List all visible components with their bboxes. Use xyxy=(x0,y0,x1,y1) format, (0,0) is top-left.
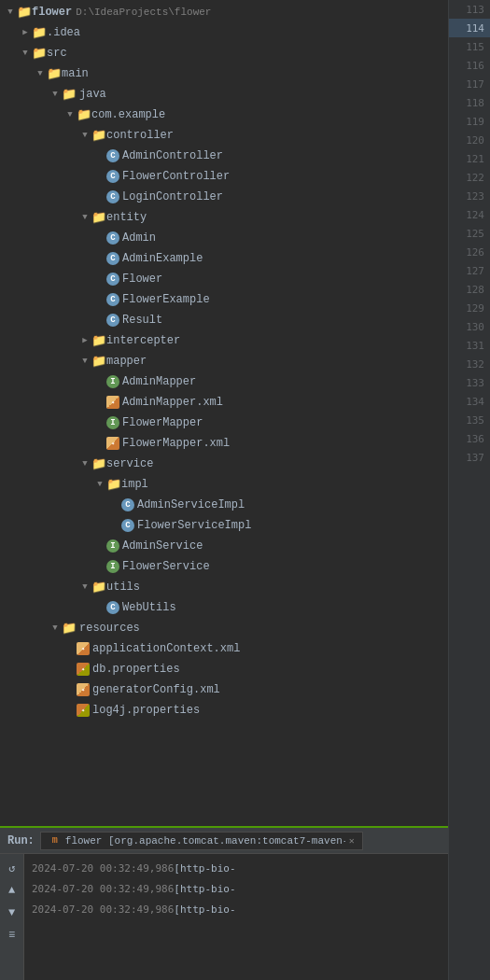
tree-item-idea[interactable]: ▶📁.idea xyxy=(0,22,448,43)
tree-item-controller[interactable]: ▼📁controller xyxy=(0,125,448,146)
tree-item-AdminController[interactable]: CAdminController xyxy=(0,146,448,166)
tree-item-Admin[interactable]: CAdmin xyxy=(0,228,448,248)
folder-icon: 📁 xyxy=(47,66,62,81)
tree-item-utils[interactable]: ▼📁utils xyxy=(0,577,448,597)
folder-icon: 📁 xyxy=(91,333,106,348)
run-wrap-button[interactable]: ≡ xyxy=(4,927,21,944)
log-content: [http-bio- xyxy=(174,862,235,875)
line-number: 129 xyxy=(449,299,490,317)
tree-item-WebUtils[interactable]: CWebUtils xyxy=(0,597,448,618)
tree-item-main[interactable]: ▼📁main xyxy=(0,63,448,84)
tree-arrow: ▼ xyxy=(63,108,77,121)
tree-item-mapper[interactable]: ▼📁mapper xyxy=(0,351,448,371)
class-icon: C xyxy=(121,519,134,532)
line-number: 118 xyxy=(449,93,490,112)
tree-item-log4j-properties[interactable]: ✦log4j.properties xyxy=(0,700,448,721)
folder-icon: 📁 xyxy=(91,128,106,143)
line-number: 120 xyxy=(449,131,490,149)
item-label: log4j.properties xyxy=(92,704,200,717)
item-label: AdminExample xyxy=(122,252,203,265)
tree-item-service[interactable]: ▼📁service xyxy=(0,454,448,474)
tree-item-flower-root[interactable]: ▼📁flowerD:\IdeaProjects\flower xyxy=(0,2,448,22)
tree-item-FlowerService[interactable]: IFlowerService xyxy=(0,556,448,577)
xml-icon: ✦ xyxy=(106,437,119,450)
line-number: 136 xyxy=(449,429,490,448)
class-icon: C xyxy=(106,314,119,327)
line-number: 116 xyxy=(449,56,490,75)
line-number: 114 xyxy=(449,19,490,37)
file-tree-panel: ▼📁flowerD:\IdeaProjects\flower▶📁.idea▼📁s… xyxy=(0,0,448,980)
class-icon: C xyxy=(121,498,134,511)
tree-item-generatorConfig-xml[interactable]: ✦generatorConfig.xml xyxy=(0,679,448,700)
folder-icon: 📁 xyxy=(77,107,91,122)
line-number: 125 xyxy=(449,224,490,243)
tree-item-AdminServiceImpl[interactable]: CAdminServiceImpl xyxy=(0,495,448,515)
interface-icon: I xyxy=(106,375,119,388)
item-label: controller xyxy=(106,129,174,142)
run-restart-button[interactable]: ↺ xyxy=(4,860,21,876)
line-number: 123 xyxy=(449,187,490,205)
tree-arrow: ▶ xyxy=(78,334,91,347)
tree-item-com-example[interactable]: ▼📁com.example xyxy=(0,105,448,125)
tree-item-Result[interactable]: CResult xyxy=(0,310,448,330)
line-number: 122 xyxy=(449,168,490,187)
tree-item-LoginController[interactable]: CLoginController xyxy=(0,187,448,207)
item-label: FlowerExample xyxy=(122,293,210,306)
item-label: AdminMapper.xml xyxy=(122,396,223,409)
tree-arrow: ▼ xyxy=(34,67,47,80)
run-scroll-down-button[interactable]: ▼ xyxy=(4,904,21,921)
interface-icon: I xyxy=(106,560,119,573)
tree-item-FlowerController[interactable]: CFlowerController xyxy=(0,166,448,187)
run-tab-label: flower [org.apache.tomcat.maven:tomcat7-… xyxy=(65,835,345,847)
tree-item-entity[interactable]: ▼📁entity xyxy=(0,207,448,228)
run-scroll-up-button[interactable]: ▲ xyxy=(4,882,21,899)
log-timestamp: 2024-07-20 00:32:49,986 xyxy=(32,862,174,875)
tree-item-AdminMapper-xml[interactable]: ✦AdminMapper.xml xyxy=(0,392,448,413)
log-line: 2024-07-20 00:32:49,986 [http-bio- xyxy=(24,878,448,899)
tree-item-impl[interactable]: ▼📁impl xyxy=(0,474,448,495)
tree-item-applicationContext-xml[interactable]: ✦applicationContext.xml xyxy=(0,638,448,659)
tree-item-Flower[interactable]: CFlower xyxy=(0,269,448,289)
tree-item-FlowerExample[interactable]: CFlowerExample xyxy=(0,289,448,310)
props-icon: ✦ xyxy=(77,704,90,717)
xml-icon: ✦ xyxy=(77,642,90,655)
tree-item-db-properties[interactable]: ✦db.properties xyxy=(0,659,448,679)
tree-arrow: ▼ xyxy=(49,88,62,101)
tree-item-AdminMapper[interactable]: IAdminMapper xyxy=(0,371,448,392)
item-label: Result xyxy=(122,314,162,327)
tree-item-intercepter[interactable]: ▶📁intercepter xyxy=(0,330,448,351)
class-icon: C xyxy=(106,231,119,245)
class-icon: C xyxy=(106,190,119,203)
line-number: 128 xyxy=(449,280,490,299)
folder-src-icon: 📁 xyxy=(32,46,47,61)
item-label: entity xyxy=(106,211,147,224)
class-icon: C xyxy=(106,149,119,162)
line-number: 124 xyxy=(449,205,490,224)
line-number: 126 xyxy=(449,243,490,261)
item-label: src xyxy=(47,47,67,60)
tree-item-src[interactable]: ▼📁src xyxy=(0,43,448,63)
tree-item-java[interactable]: ▼📁java xyxy=(0,84,448,105)
log-line: 2024-07-20 00:32:49,986 [http-bio- xyxy=(24,858,448,878)
tree-arrow: ▼ xyxy=(49,622,62,635)
class-icon: C xyxy=(106,252,119,265)
item-label: generatorConfig.xml xyxy=(92,683,220,696)
tree-item-FlowerMapper-xml[interactable]: ✦FlowerMapper.xml xyxy=(0,433,448,454)
run-tab-close-icon[interactable]: ✕ xyxy=(349,835,355,847)
tree-item-AdminExample[interactable]: CAdminExample xyxy=(0,248,448,269)
folder-icon: 📁 xyxy=(91,354,106,369)
line-number: 115 xyxy=(449,37,490,56)
tree-item-AdminService[interactable]: IAdminService xyxy=(0,536,448,556)
item-label: AdminController xyxy=(122,149,223,162)
tree-arrow: ▼ xyxy=(4,6,17,19)
tree-item-FlowerServiceImpl[interactable]: CFlowerServiceImpl xyxy=(0,515,448,536)
item-label: Admin xyxy=(122,231,156,245)
log-line: 2024-07-20 00:32:49,986 [http-bio- xyxy=(24,899,448,919)
class-icon: C xyxy=(106,170,119,183)
line-number: 117 xyxy=(449,75,490,93)
item-label: AdminMapper xyxy=(122,375,196,388)
run-tab[interactable]: m flower [org.apache.tomcat.maven:tomcat… xyxy=(40,832,363,850)
tree-item-resources[interactable]: ▼📁resources xyxy=(0,618,448,638)
interface-icon: I xyxy=(106,416,119,429)
tree-item-FlowerMapper[interactable]: IFlowerMapper xyxy=(0,413,448,433)
